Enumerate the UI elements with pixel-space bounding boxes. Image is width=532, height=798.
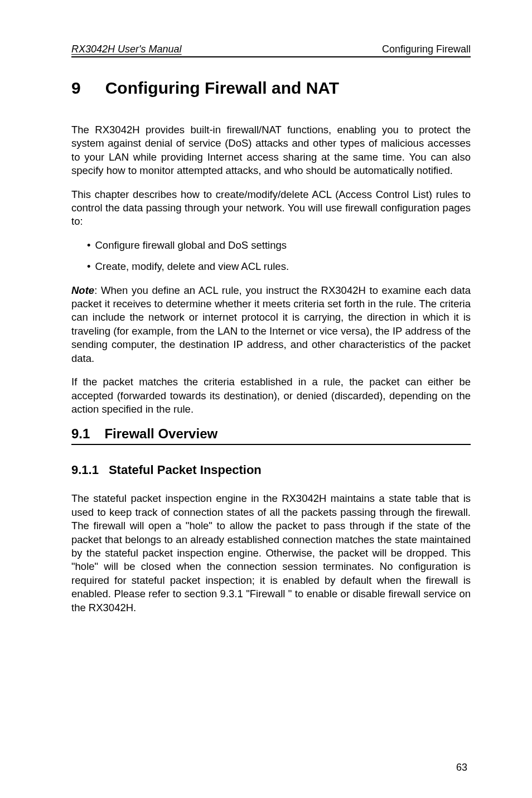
bullet-icon: •: [87, 239, 90, 252]
intro-paragraph-2: This chapter describes how to create/mod…: [71, 188, 471, 229]
page-header: RX3042H User's Manual Configuring Firewa…: [71, 43, 471, 57]
note-paragraph: Note: When you define an ACL rule, you i…: [71, 284, 471, 365]
page-number: 63: [456, 762, 467, 773]
subsection-title: Stateful Packet Inspection: [109, 463, 262, 477]
body-paragraph-4: If the packet matches the criteria estab…: [71, 375, 471, 416]
bullet-text: Create, modify, delete and view ACL rule…: [95, 260, 289, 273]
bullet-list: • Configure firewall global and DoS sett…: [87, 239, 471, 274]
chapter-text: Configuring Firewall and NAT: [105, 79, 339, 97]
subsection-body: The stateful packet inspection engine in…: [71, 492, 471, 615]
header-right: Configuring Firewall: [382, 43, 471, 55]
intro-paragraph-1: The RX3042H provides built-in firewall/N…: [71, 123, 471, 178]
header-left: RX3042H User's Manual: [71, 43, 182, 55]
chapter-title: 9Configuring Firewall and NAT: [71, 79, 471, 98]
list-item: • Create, modify, delete and view ACL ru…: [87, 260, 471, 273]
section-heading: 9.1Firewall Overview: [71, 426, 471, 445]
note-body: : When you define an ACL rule, you instr…: [71, 284, 471, 364]
bullet-text: Configure firewall global and DoS settin…: [95, 239, 286, 252]
bullet-icon: •: [87, 260, 90, 273]
list-item: • Configure firewall global and DoS sett…: [87, 239, 471, 252]
section-title: Firewall Overview: [104, 426, 217, 441]
chapter-number: 9: [71, 79, 81, 98]
subsection-heading: 9.1.1Stateful Packet Inspection: [71, 463, 471, 477]
subsection-number: 9.1.1: [71, 463, 99, 477]
section-number: 9.1: [71, 426, 90, 441]
note-label: Note: [71, 284, 94, 296]
